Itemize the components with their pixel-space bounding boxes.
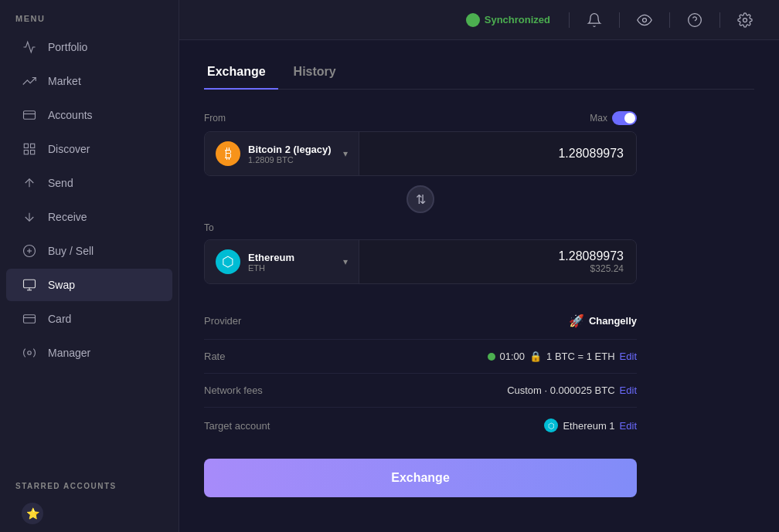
svg-rect-4 — [24, 151, 28, 154]
to-asset-row: ⬡ Ethereum ETH ▾ 1.28089973 $325.24 — [204, 239, 637, 284]
svg-point-17 — [643, 18, 647, 22]
starred-dot: ⭐ — [22, 503, 43, 524]
to-asset-info: Ethereum ETH — [248, 252, 335, 273]
from-to-section: From Max ₿ Bitcoin 2 (legacy) 1.2809 BTC — [204, 111, 637, 284]
buy-sell-icon — [22, 243, 37, 259]
tabs: Exchange History — [204, 59, 754, 90]
svg-rect-11 — [24, 280, 36, 288]
fees-row: Network fees Custom · 0.000025 BTC Edit — [204, 374, 637, 408]
rate-timer-dot — [488, 353, 495, 361]
svg-rect-5 — [31, 151, 35, 154]
starred-account-item[interactable]: ⭐ — [6, 496, 172, 530]
eth-icon: ⬡ — [216, 249, 240, 274]
receive-icon — [22, 209, 37, 225]
topbar-divider-2 — [619, 12, 620, 28]
swap-center: ⇅ — [204, 176, 637, 222]
exchange-button[interactable]: Exchange — [204, 459, 637, 497]
page-content: Exchange History From Max — [179, 40, 779, 532]
sidebar-item-label: Swap — [48, 279, 75, 291]
svg-rect-0 — [24, 111, 36, 120]
provider-value: 🚀 Changelly — [569, 313, 637, 328]
svg-point-16 — [28, 351, 32, 355]
fees-text: Custom · 0.000025 BTC — [507, 385, 614, 396]
target-value: ⬡ Ethereum 1 Edit — [544, 418, 637, 432]
from-asset-row: ₿ Bitcoin 2 (legacy) 1.2809 BTC ▾ — [204, 131, 637, 176]
rate-label: Rate — [204, 351, 225, 362]
from-asset-info: Bitcoin 2 (legacy) 1.2809 BTC — [248, 144, 335, 164]
max-toggle[interactable]: Max — [590, 111, 637, 125]
topbar: ✓ Synchronized — [179, 0, 779, 40]
sidebar-item-label: Discover — [48, 143, 90, 155]
sidebar-item-discover[interactable]: Discover — [6, 133, 172, 165]
target-edit-link[interactable]: Edit — [620, 420, 637, 432]
exchange-form: From Max ₿ Bitcoin 2 (legacy) 1.2809 BTC — [204, 111, 637, 497]
help-button[interactable] — [679, 5, 710, 36]
to-amount-fiat: $325.24 — [590, 263, 624, 274]
target-label: Target account — [204, 420, 270, 432]
sidebar-item-card[interactable]: Card — [6, 303, 172, 335]
btc-icon: ₿ — [216, 141, 240, 166]
sidebar-item-accounts[interactable]: Accounts — [6, 99, 172, 131]
sidebar-item-swap[interactable]: Swap — [6, 269, 172, 301]
manager-icon — [22, 345, 37, 361]
tab-exchange[interactable]: Exchange — [204, 59, 278, 90]
sidebar-item-label: Manager — [48, 347, 90, 359]
send-icon — [22, 175, 37, 191]
sidebar-item-send[interactable]: Send — [6, 167, 172, 199]
svg-rect-14 — [24, 315, 36, 324]
svg-rect-2 — [24, 144, 28, 147]
sidebar-item-label: Portfolio — [48, 41, 87, 53]
svg-rect-3 — [31, 144, 35, 147]
sidebar-item-label: Receive — [48, 211, 87, 223]
provider-row: Provider 🚀 Changelly — [204, 303, 637, 340]
to-section: To ⬡ Ethereum ETH ▾ 1.28089973 — [204, 222, 637, 284]
to-label: To — [204, 222, 637, 233]
from-asset-selector[interactable]: ₿ Bitcoin 2 (legacy) 1.2809 BTC ▾ — [205, 132, 359, 175]
sidebar: MENU Portfolio Market Accounts Discover — [0, 0, 179, 532]
sync-icon: ✓ — [466, 13, 480, 27]
max-toggle-switch[interactable] — [612, 111, 637, 125]
main-content: ✓ Synchronized Exchange History — [179, 0, 779, 532]
sidebar-item-manager[interactable]: Manager — [6, 337, 172, 369]
portfolio-icon — [22, 39, 37, 55]
fees-edit-link[interactable]: Edit — [620, 385, 637, 396]
settings-button[interactable] — [730, 5, 760, 36]
swap-direction-button[interactable]: ⇅ — [407, 185, 434, 213]
provider-name: Changelly — [589, 315, 637, 327]
from-section: From Max ₿ Bitcoin 2 (legacy) 1.2809 BTC — [204, 111, 637, 176]
rate-timer-text: 01:00 — [500, 351, 526, 362]
from-chevron-icon: ▾ — [343, 148, 348, 159]
sidebar-item-receive[interactable]: Receive — [6, 201, 172, 233]
svg-point-18 — [689, 13, 702, 26]
target-account-name: Ethereum 1 — [563, 420, 614, 432]
from-asset-name: Bitcoin 2 (legacy) — [248, 144, 335, 155]
from-amount-input[interactable] — [359, 132, 636, 175]
notifications-button[interactable] — [579, 5, 610, 36]
visibility-button[interactable] — [629, 5, 660, 36]
card-icon — [22, 311, 37, 327]
to-asset-selector[interactable]: ⬡ Ethereum ETH ▾ — [205, 240, 359, 283]
rate-text: 1 BTC = 1 ETH — [546, 351, 615, 362]
tab-history[interactable]: History — [291, 59, 349, 90]
svg-point-20 — [743, 18, 747, 22]
sidebar-item-market[interactable]: Market — [6, 65, 172, 97]
menu-label: MENU — [0, 0, 179, 29]
from-label: From Max — [204, 111, 637, 125]
to-amount-value: 1.28089973 — [558, 249, 624, 263]
sync-label: Synchronized — [485, 14, 550, 25]
rate-edit-link[interactable]: Edit — [620, 351, 637, 362]
rate-value: 01:00 🔒 1 BTC = 1 ETH Edit — [488, 351, 637, 362]
sidebar-item-portfolio[interactable]: Portfolio — [6, 31, 172, 63]
provider-rocket-icon: 🚀 — [569, 313, 584, 328]
target-row: Target account ⬡ Ethereum 1 Edit — [204, 408, 637, 443]
sidebar-item-buy-sell[interactable]: Buy / Sell — [6, 235, 172, 267]
topbar-divider-4 — [719, 12, 720, 28]
market-icon — [22, 73, 37, 89]
info-section: Provider 🚀 Changelly Rate 01:00 🔒 1 BTC … — [204, 303, 637, 443]
rate-row: Rate 01:00 🔒 1 BTC = 1 ETH Edit — [204, 340, 637, 374]
accounts-icon — [22, 107, 37, 123]
fees-label: Network fees — [204, 385, 263, 396]
topbar-divider — [569, 12, 570, 28]
starred-accounts-label: STARRED ACCOUNTS — [0, 474, 179, 495]
from-asset-sub: 1.2809 BTC — [248, 155, 335, 164]
